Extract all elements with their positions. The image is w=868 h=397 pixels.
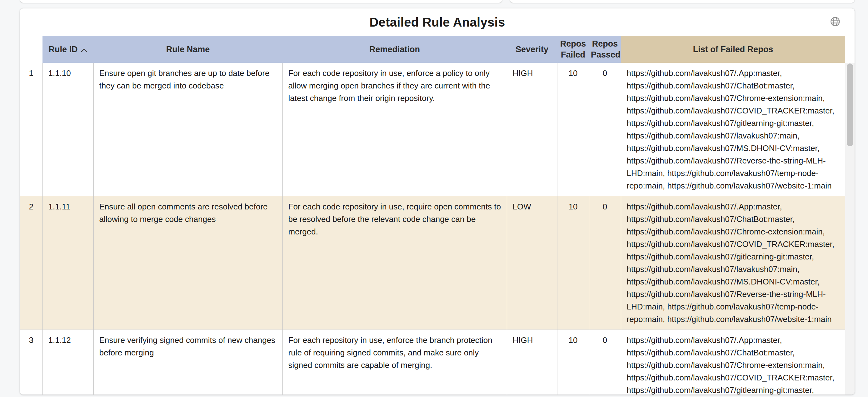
cell-repos-failed: 10 <box>557 63 589 196</box>
card-header: Detailed Rule Analysis <box>20 8 855 36</box>
cell-rule-id: 1.1.12 <box>42 330 93 395</box>
col-header-rule-name[interactable]: Rule Name <box>93 36 282 63</box>
col-header-label: Repos Failed <box>560 39 586 59</box>
cell-rule-name: Ensure open git branches are up to date … <box>93 63 282 196</box>
col-header-failed-repos-list[interactable]: List of Failed Repos <box>621 36 845 63</box>
col-header-label: List of Failed Repos <box>693 45 773 54</box>
cell-repos-passed: 0 <box>589 63 621 196</box>
globe-icon[interactable] <box>830 16 841 27</box>
rule-analysis-card: Detailed Rule Analysis Rule ID Rule Name… <box>20 8 855 395</box>
col-header-severity[interactable]: Severity <box>507 36 557 63</box>
vertical-scrollbar[interactable] <box>845 63 855 395</box>
cell-rule-id: 1.1.11 <box>42 196 93 330</box>
cell-rule-name: Ensure verifying signed commits of new c… <box>93 330 282 395</box>
cell-row-number: 2 <box>20 196 42 330</box>
cell-row-number: 3 <box>20 330 42 395</box>
col-header-remediation[interactable]: Remediation <box>282 36 507 63</box>
cell-failed-repos-list: https://github.com/lavakush07/.App:maste… <box>621 330 845 395</box>
cell-failed-repos-list: https://github.com/lavakush07/.App:maste… <box>621 196 845 330</box>
chevron-up-icon <box>81 48 88 53</box>
cell-severity: HIGH <box>507 63 557 196</box>
scrollbar-thumb[interactable] <box>847 63 853 146</box>
cell-repos-failed: 10 <box>557 196 589 330</box>
cell-rule-id: 1.1.10 <box>42 63 93 196</box>
cell-repos-passed: 0 <box>589 330 621 395</box>
top-card-left <box>20 0 502 3</box>
col-header-repos-passed[interactable]: Repos Passed <box>589 36 621 63</box>
cell-row-number: 1 <box>20 63 42 196</box>
top-card-right <box>510 0 855 3</box>
header-row: Rule ID Rule Name Remediation Severity R… <box>20 36 845 63</box>
table-row: 2 1.1.11 Ensure all open comments are re… <box>20 196 845 330</box>
cell-severity: LOW <box>507 196 557 330</box>
cell-failed-repos-list: https://github.com/lavakush07/.App:maste… <box>621 63 845 196</box>
col-header-label: Rule Name <box>166 45 210 54</box>
cell-repos-failed: 10 <box>557 330 589 395</box>
page-title: Detailed Rule Analysis <box>369 15 505 29</box>
cell-remediation: For each code repository in use, require… <box>282 196 507 330</box>
col-header-index <box>20 36 42 63</box>
col-header-label: Rule ID <box>49 45 78 54</box>
cell-repos-passed: 0 <box>589 196 621 330</box>
rule-table-body: 1 1.1.10 Ensure open git branches are up… <box>20 63 845 395</box>
col-header-label: Repos Passed <box>591 39 621 59</box>
col-header-label: Severity <box>516 45 548 54</box>
col-header-repos-failed[interactable]: Repos Failed <box>557 36 589 63</box>
table-row: 1 1.1.10 Ensure open git branches are up… <box>20 63 845 196</box>
cell-rule-name: Ensure all open comments are resolved be… <box>93 196 282 330</box>
cell-remediation: For each code repository in use, enforce… <box>282 63 507 196</box>
cell-remediation: For each repository in use, enforce the … <box>282 330 507 395</box>
table-body-viewport: 1 1.1.10 Ensure open git branches are up… <box>20 63 855 395</box>
cell-severity: HIGH <box>507 330 557 395</box>
col-header-rule-id[interactable]: Rule ID <box>42 36 93 63</box>
rule-table-header: Rule ID Rule Name Remediation Severity R… <box>20 36 845 63</box>
table-row: 3 1.1.12 Ensure verifying signed commits… <box>20 330 845 395</box>
col-header-label: Remediation <box>369 45 420 54</box>
